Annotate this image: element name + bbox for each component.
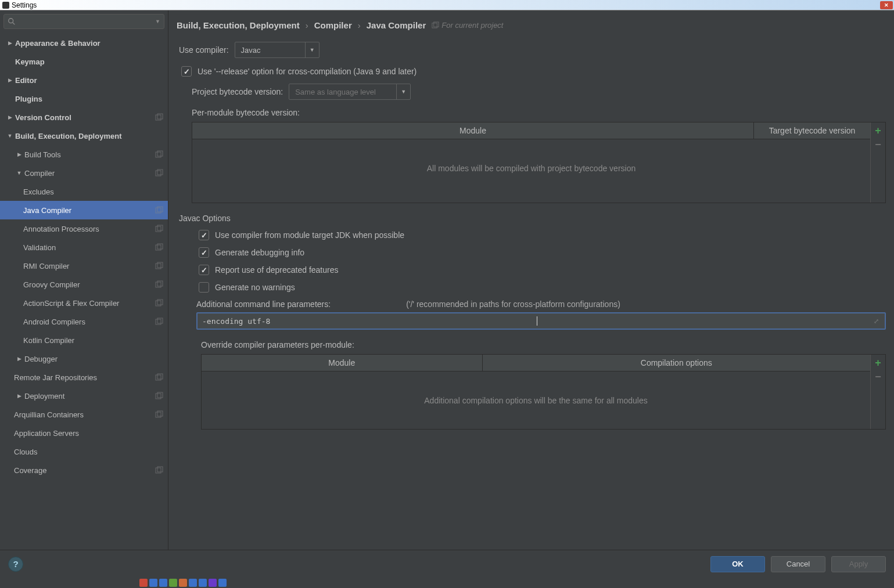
opt4-checkbox[interactable] [199, 282, 209, 293]
svg-rect-9 [157, 207, 163, 212]
project-scope-icon [432, 21, 439, 29]
tree-arrow-icon: ▶ [14, 151, 24, 157]
ok-button[interactable]: OK [710, 556, 765, 572]
sidebar-item[interactable]: ▶Version Control [0, 108, 168, 127]
additional-params-input-wrap[interactable]: ⤢ [196, 312, 886, 330]
opt2-row[interactable]: Generate debugging info [196, 247, 886, 258]
sidebar-item[interactable]: RMI Compiler [0, 257, 168, 275]
svg-point-0 [9, 19, 13, 23]
svg-line-1 [13, 23, 15, 25]
svg-rect-24 [156, 394, 161, 399]
th-module[interactable]: Module [192, 122, 754, 139]
add-button[interactable]: + [873, 357, 884, 369]
sidebar-item-label: RMI Compiler [23, 262, 153, 270]
use-compiler-select[interactable]: Javac ▼ [235, 42, 319, 58]
opt3-row[interactable]: Report use of deprecated features [196, 265, 886, 275]
expand-icon[interactable]: ⤢ [872, 317, 880, 325]
svg-rect-3 [157, 114, 163, 119]
opt3-checkbox[interactable] [199, 265, 209, 275]
sidebar-item-label: Annotation Processors [23, 225, 153, 233]
svg-rect-25 [157, 392, 163, 398]
svg-rect-17 [157, 281, 163, 286]
sidebar-item-label: Debugger [24, 355, 163, 363]
remove-button[interactable]: − [873, 371, 884, 383]
sidebar-item[interactable]: Kotlin Compiler [0, 331, 168, 349]
sidebar-item[interactable]: ▶Deployment [0, 387, 168, 405]
th-module2[interactable]: Module [202, 355, 483, 371]
additional-params-input[interactable] [202, 317, 537, 326]
taskbar-icon[interactable] [218, 579, 227, 587]
breadcrumb-part[interactable]: Compiler [314, 20, 352, 30]
help-button[interactable]: ? [8, 557, 23, 572]
remove-button[interactable]: − [873, 139, 884, 150]
sidebar-item[interactable]: Arquillian Containers [0, 405, 168, 424]
sidebar-item[interactable]: Remote Jar Repositories [0, 368, 168, 387]
close-button[interactable] [880, 1, 893, 9]
tree-arrow-icon: ▶ [14, 393, 24, 399]
taskbar-icon[interactable] [169, 579, 177, 587]
sidebar-item[interactable]: Annotation Processors [0, 219, 168, 238]
svg-rect-21 [157, 318, 163, 323]
additional-params-label: Additional command line parameters: [196, 300, 331, 309]
svg-rect-20 [156, 319, 161, 324]
svg-rect-31 [434, 21, 439, 26]
sidebar-item[interactable]: Plugins [0, 89, 168, 108]
sidebar-item-label: Kotlin Compiler [23, 336, 163, 345]
sidebar-item[interactable]: Coverage [0, 461, 168, 479]
search-input-wrap[interactable]: ▼ [3, 14, 164, 29]
taskbar-icon[interactable] [179, 579, 187, 587]
release-option-row[interactable]: Use '--release' option for cross-compila… [179, 66, 886, 77]
taskbar-icon[interactable] [159, 579, 167, 587]
breadcrumb-sep: › [358, 20, 361, 30]
svg-rect-22 [156, 375, 161, 380]
sidebar-item-label: Coverage [14, 466, 153, 475]
taskbar-icon[interactable] [189, 579, 197, 587]
app-logo-icon [2, 2, 9, 9]
opt1-label: Use compiler from module target JDK when… [215, 230, 404, 240]
opt3-label: Report use of deprecated features [215, 265, 338, 275]
sidebar-item-label: Compiler [24, 169, 153, 178]
settings-sidebar: ▼ ▶Appearance & BehaviorKeymap▶EditorPlu… [0, 10, 168, 550]
sidebar-item[interactable]: ActionScript & Flex Compiler [0, 294, 168, 312]
add-button[interactable]: + [873, 125, 884, 136]
opt1-row[interactable]: Use compiler from module target JDK when… [196, 230, 886, 240]
th-compopts[interactable]: Compilation options [483, 355, 871, 371]
apply-button[interactable]: Apply [831, 556, 886, 572]
sidebar-item[interactable]: Groovy Compiler [0, 275, 168, 294]
per-module-table: Module Target bytecode version All modul… [192, 122, 886, 203]
opt2-checkbox[interactable] [199, 247, 209, 258]
chevron-down-icon[interactable]: ▼ [155, 19, 160, 24]
taskbar-icon[interactable] [149, 579, 157, 587]
sidebar-item[interactable]: ▶Debugger [0, 349, 168, 368]
cancel-button[interactable]: Cancel [771, 556, 825, 572]
sidebar-item[interactable]: Excludes [0, 182, 168, 201]
breadcrumb-part[interactable]: Build, Execution, Deployment [177, 20, 300, 30]
breadcrumb: Build, Execution, Deployment › Compiler … [177, 16, 886, 34]
opt4-row[interactable]: Generate no warnings [196, 282, 886, 293]
taskbar-icon[interactable] [209, 579, 217, 587]
sidebar-item-label: Build, Execution, Deployment [15, 132, 163, 140]
sidebar-item[interactable]: Clouds [0, 442, 168, 461]
override-table: Module Compilation options Additional co… [201, 354, 886, 430]
th-target[interactable]: Target bytecode version [754, 122, 870, 139]
sidebar-item[interactable]: ▶Build Tools [0, 145, 168, 164]
opt1-checkbox[interactable] [199, 230, 209, 240]
sidebar-item[interactable]: Android Compilers [0, 312, 168, 331]
release-option-checkbox[interactable] [181, 66, 192, 77]
bytecode-version-select[interactable]: Same as language level ▼ [289, 84, 411, 100]
sidebar-item-label: Arquillian Containers [14, 410, 153, 419]
search-input[interactable] [19, 17, 152, 26]
svg-rect-23 [157, 374, 163, 379]
sidebar-item-label: Groovy Compiler [23, 280, 153, 289]
opt4-label: Generate no warnings [215, 283, 295, 292]
sidebar-item[interactable]: ▼Build, Execution, Deployment [0, 127, 168, 145]
sidebar-item[interactable]: ▶Editor [0, 71, 168, 89]
sidebar-item[interactable]: ▶Appearance & Behavior [0, 34, 168, 52]
sidebar-item[interactable]: Application Servers [0, 424, 168, 442]
sidebar-item[interactable]: Java Compiler [0, 201, 168, 219]
sidebar-item[interactable]: ▼Compiler [0, 164, 168, 182]
taskbar-icon[interactable] [139, 579, 148, 587]
sidebar-item[interactable]: Keymap [0, 52, 168, 71]
sidebar-item[interactable]: Validation [0, 238, 168, 257]
taskbar-icon[interactable] [199, 579, 207, 587]
